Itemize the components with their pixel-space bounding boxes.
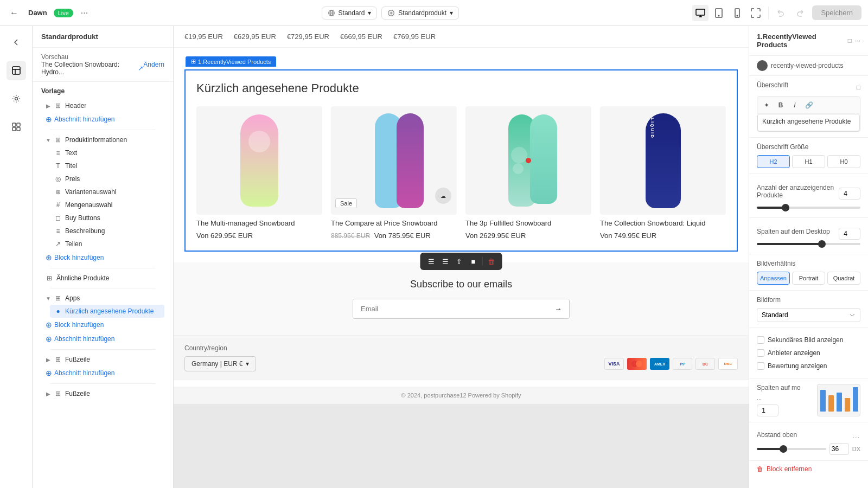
link-button[interactable]: 🔗 [803,99,815,111]
mobile-cols-input[interactable] [757,404,778,416]
heading-text-box[interactable]: Kürzlich angesehene Produkte [757,114,860,131]
aspect-portrait-button[interactable]: Portrait [792,272,825,285]
price-1: €19,95 EUR [184,33,223,41]
tablet-view-button[interactable] [711,5,727,21]
duplicate-button[interactable]: ■ [467,255,480,268]
footer-copyright: © 2024, postpurchase12 Powered by Shopif… [174,387,749,404]
svg-rect-14 [828,395,834,412]
product-card[interactable]: Sale ☁ The Compare at Price Snowboard 88… [331,106,457,240]
sidebar-back-button[interactable] [7,33,26,52]
aspect-quadrat-button[interactable]: Quadrat [827,272,860,285]
spacing-value-input[interactable] [829,443,849,455]
product-count-input[interactable] [839,188,860,200]
rating-checkbox[interactable] [757,362,764,370]
undo-button[interactable] [773,5,789,21]
mobile-view-button[interactable] [729,5,745,21]
viewport-select[interactable]: Standard ▾ [322,7,378,20]
add-section-button3[interactable]: ⊕ Abschnitt hinzufügen [41,366,164,380]
back-button[interactable]: ← [7,5,22,21]
heading-save-icon[interactable]: □ [857,84,860,91]
align-center-button[interactable]: ☰ [439,255,452,268]
sidebar-apps-button[interactable] [7,117,26,137]
product-card[interactable]: The Multi-managed Snowboard Von 629.95€ … [196,106,322,240]
secondary-img-checkbox[interactable] [757,336,764,344]
fullscreen-button[interactable] [748,5,764,21]
svg-rect-9 [12,123,16,126]
more-icon[interactable]: ··· [855,37,860,44]
save-button[interactable]: Speichern [812,5,861,20]
recently-viewed-section[interactable]: ⊞ 1.RecentlyViewed Products Kürzlich ang… [184,69,738,252]
country-select[interactable]: Germany | EUR € ▾ [184,356,256,371]
svg-rect-2 [696,9,705,15]
sidebar-item-recently-viewed[interactable]: ● Kürzlich angesehene Produkte [50,305,164,318]
add-block-button[interactable]: ⊕ Block hinzufügen [41,251,164,265]
product-card[interactable]: LIQUID The Collection Snowboard: Liquid … [600,106,726,240]
sidebar-settings-button[interactable] [7,89,26,108]
desktop-cols-slider[interactable] [757,243,860,245]
sidebar-item-produktinfo[interactable]: ▼ ⊞ Produktinformationen [41,133,164,146]
move-button[interactable]: ⇧ [453,255,466,268]
desktop-cols-input[interactable] [839,228,860,240]
device-icons [692,5,764,21]
mobile-cols-label: Spalten auf mo [757,384,801,391]
delete-button[interactable]: 🗑 [485,255,498,268]
delete-block-button[interactable]: 🗑 Block entfernen [749,461,868,477]
add-block-button2[interactable]: ⊕ Block hinzufügen [41,318,164,332]
add-section-button[interactable]: ⊕ Abschnitt hinzufügen [41,112,164,126]
sidebar-sections-button[interactable] [7,61,26,80]
trash-icon: 🗑 [757,465,763,473]
sidebar-item-title[interactable]: T Titel [50,159,164,172]
subscribe-submit-button[interactable]: → [547,299,569,318]
bold-button[interactable]: B [775,99,787,111]
vendor-checkbox[interactable] [757,349,764,357]
align-left-button[interactable]: ☰ [425,255,438,268]
price-4: €669,95 EUR [340,33,382,41]
sidebar-item-header[interactable]: ▶ ⊞ Header [41,99,164,112]
product-card[interactable]: The 3p Fulfilled Snowboard Von 2629.95€ … [465,106,591,240]
divider3 [50,288,156,288]
sidebar-item-buy-buttons[interactable]: ◻ Buy Buttons [50,211,164,224]
sidebar-item-share[interactable]: ↗ Teilen [50,237,164,251]
product-select[interactable]: Standardprodukt ▾ [381,7,459,20]
sidebar-item-similar[interactable]: ⊞ Ähnliche Produkte [41,272,164,285]
change-button[interactable]: Ändern [143,61,164,68]
email-input[interactable] [353,299,547,318]
product-image [196,106,322,215]
italic-button[interactable]: I [789,99,801,111]
spacing-thumb [780,445,787,453]
product-count-slider[interactable] [757,207,860,209]
sidebar-item-footer[interactable]: ▶ ⊞ Fußzeile [41,387,164,400]
h2-button[interactable]: H2 [757,155,790,168]
sidebar-item-price[interactable]: ◎ Preis [50,172,164,185]
divider2 [50,268,156,268]
sidebar-item-apps[interactable]: ▼ ⊞ Apps [41,292,164,305]
aspect-anpassen-button[interactable]: Anpassen [757,272,790,285]
add-section-button2[interactable]: ⊕ Abschnitt hinzufügen [41,332,164,346]
apps-children: ● Kürzlich angesehene Produkte [41,305,164,318]
redo-button[interactable] [792,5,808,21]
sidebar-item-text[interactable]: ≡ Text [50,146,164,159]
desktop-cols-label: Spalten auf dem Desktop [757,228,830,235]
magic-format-button[interactable]: ✦ [761,99,773,111]
h1-button[interactable]: H1 [792,155,825,168]
amex-icon: AMEX [650,358,669,370]
spacing-slider[interactable] [757,448,826,450]
product-image: Sale ☁ [331,106,457,215]
board-decoration [248,131,270,152]
left-panel: Standardprodukt Vorschau The Collection … [33,26,174,488]
more-options-button[interactable]: ··· [81,8,88,18]
spacing-label: Abstand oben [757,431,797,439]
live-badge: Live [54,9,73,17]
sidebar-item-description[interactable]: ≡ Beschreibung [50,224,164,237]
sidebar-item-quantity[interactable]: # Mengenauswahl [50,198,164,211]
spacing-dots: ··· [853,434,860,440]
sidebar-item-variants[interactable]: ⊕ Variantenauswahl [50,185,164,198]
copy-icon[interactable]: □ [848,37,852,44]
desktop-view-button[interactable] [692,5,709,21]
shape-select[interactable]: Standard [757,308,860,322]
aspect-label: Bildverhältnis [757,260,860,267]
sidebar-item-footer-section[interactable]: ▶ ⊞ Fußzeile [41,353,164,366]
h0-button[interactable]: H0 [827,155,860,168]
footer-country-section: Country/region Germany | EUR € ▾ VISA AM… [174,335,749,380]
apps-icon: ⊞ [54,294,62,302]
